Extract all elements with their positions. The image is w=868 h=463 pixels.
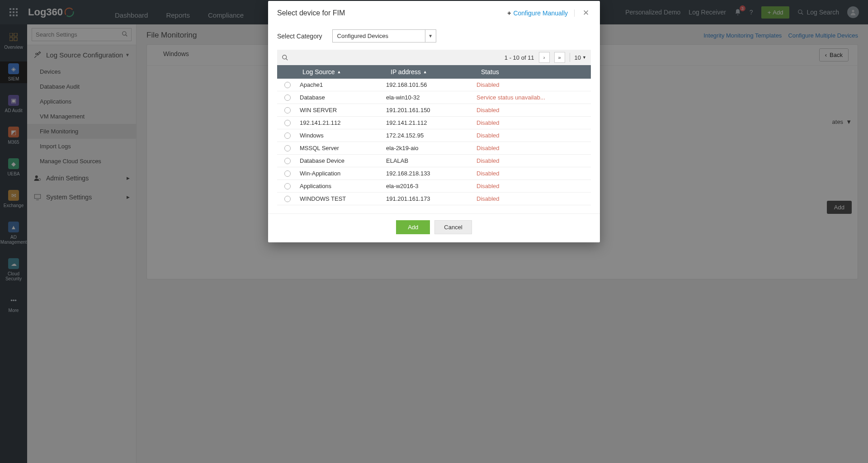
- row-ip: 192.168.218.133: [386, 170, 476, 177]
- row-radio[interactable]: [277, 94, 298, 101]
- select-category-label: Select Category: [277, 33, 322, 40]
- row-logsource: 192.141.21.112: [298, 119, 386, 126]
- row-status: Service status unavailab...: [476, 94, 591, 101]
- row-radio[interactable]: [277, 120, 298, 126]
- table-row[interactable]: Databaseela-win10-32Service status unava…: [277, 91, 591, 104]
- configure-manually-link[interactable]: + Configure Manually: [507, 9, 568, 17]
- modal-add-button[interactable]: Add: [396, 220, 430, 234]
- row-ip: 191.201.161.150: [386, 107, 476, 113]
- last-page-icon[interactable]: »: [554, 52, 565, 63]
- sort-asc-icon: ▲: [423, 70, 427, 74]
- row-logsource: Apache1: [298, 81, 386, 88]
- row-logsource: WINDOWS TEST: [298, 195, 386, 202]
- row-logsource: MSSQL Server: [298, 145, 386, 151]
- table-row[interactable]: Database DeviceELALABDisabled: [277, 155, 591, 167]
- table-row[interactable]: Applicationsela-w2016-3Disabled: [277, 180, 591, 193]
- table-row[interactable]: Win-Application192.168.218.133Disabled: [277, 167, 591, 180]
- row-status: Disabled: [476, 107, 591, 113]
- row-radio[interactable]: [277, 82, 298, 88]
- row-ip: ela-win10-32: [386, 94, 476, 101]
- plus-icon: +: [507, 9, 511, 17]
- page-size-select[interactable]: 10 ▼: [575, 54, 586, 61]
- row-radio[interactable]: [277, 183, 298, 189]
- table-row[interactable]: 192.141.21.112192.141.21.112Disabled: [277, 117, 591, 129]
- row-status: Disabled: [476, 119, 591, 126]
- row-logsource: Windows: [298, 132, 386, 139]
- page-size-value: 10: [575, 54, 581, 61]
- row-ip: ela-2k19-aio: [386, 145, 476, 151]
- row-logsource: WIN SERVER: [298, 107, 386, 113]
- select-device-modal: Select device for FIM + Configure Manual…: [268, 1, 600, 242]
- category-row: Select Category Configured Devices ▼: [268, 23, 600, 50]
- chevron-down-icon: ▼: [425, 30, 436, 42]
- sort-asc-icon: ▲: [337, 70, 341, 74]
- row-logsource: Database Device: [298, 157, 386, 164]
- row-radio[interactable]: [277, 107, 298, 113]
- table-search-icon[interactable]: [282, 54, 288, 61]
- col-logsource[interactable]: Log Source ▲: [298, 68, 386, 76]
- table-row[interactable]: Apache1192.168.101.56Disabled: [277, 79, 591, 91]
- pagination-label: 1 - 10 of 11: [505, 54, 534, 61]
- category-value: Configured Devices: [337, 33, 388, 39]
- table-row[interactable]: WINDOWS TEST191.201.161.173Disabled: [277, 193, 591, 205]
- row-logsource: Database: [298, 94, 386, 101]
- table-body: Apache1192.168.101.56DisabledDatabaseela…: [277, 79, 591, 205]
- row-ip: ela-w2016-3: [386, 183, 476, 189]
- close-icon[interactable]: ✕: [581, 7, 591, 19]
- row-ip: 192.141.21.112: [386, 119, 476, 126]
- col-ip[interactable]: IP address ▲: [386, 68, 476, 76]
- category-select[interactable]: Configured Devices ▼: [332, 29, 436, 43]
- row-status: Disabled: [476, 81, 591, 88]
- configure-manually-label: Configure Manually: [513, 9, 568, 17]
- divider: [570, 53, 570, 62]
- row-status: Disabled: [476, 195, 591, 202]
- table-row[interactable]: WIN SERVER191.201.161.150Disabled: [277, 104, 591, 117]
- table-wrap: 1 - 10 of 11 › » 10 ▼ Log Source ▲ IP ad…: [268, 50, 600, 213]
- next-page-icon[interactable]: ›: [539, 52, 550, 63]
- row-radio[interactable]: [277, 158, 298, 164]
- row-status: Disabled: [476, 183, 591, 189]
- table-toolbar: 1 - 10 of 11 › » 10 ▼: [277, 50, 591, 65]
- row-ip: 191.201.161.173: [386, 195, 476, 202]
- divider: [574, 9, 575, 17]
- row-logsource: Win-Application: [298, 170, 386, 177]
- svg-line-23: [286, 58, 288, 60]
- row-logsource: Applications: [298, 183, 386, 189]
- row-status: Disabled: [476, 170, 591, 177]
- row-status: Disabled: [476, 157, 591, 164]
- row-radio[interactable]: [277, 132, 298, 139]
- modal-header: Select device for FIM + Configure Manual…: [268, 1, 600, 23]
- svg-point-22: [283, 55, 287, 59]
- row-radio[interactable]: [277, 145, 298, 151]
- table-header: Log Source ▲ IP address ▲ Status: [277, 65, 591, 79]
- row-ip: 192.168.101.56: [386, 81, 476, 88]
- table-row[interactable]: MSSQL Serverela-2k19-aioDisabled: [277, 142, 591, 155]
- modal-cancel-button[interactable]: Cancel: [434, 220, 472, 234]
- row-ip: 172.24.152.95: [386, 132, 476, 139]
- row-radio[interactable]: [277, 170, 298, 177]
- modal-title: Select device for FIM: [277, 9, 345, 17]
- chevron-down-icon: ▼: [582, 55, 586, 60]
- row-ip: ELALAB: [386, 157, 476, 164]
- table-row[interactable]: Windows172.24.152.95Disabled: [277, 129, 591, 142]
- row-status: Disabled: [476, 145, 591, 151]
- col-status[interactable]: Status: [476, 68, 591, 76]
- row-radio[interactable]: [277, 196, 298, 202]
- modal-footer: Add Cancel: [268, 213, 600, 242]
- row-status: Disabled: [476, 132, 591, 139]
